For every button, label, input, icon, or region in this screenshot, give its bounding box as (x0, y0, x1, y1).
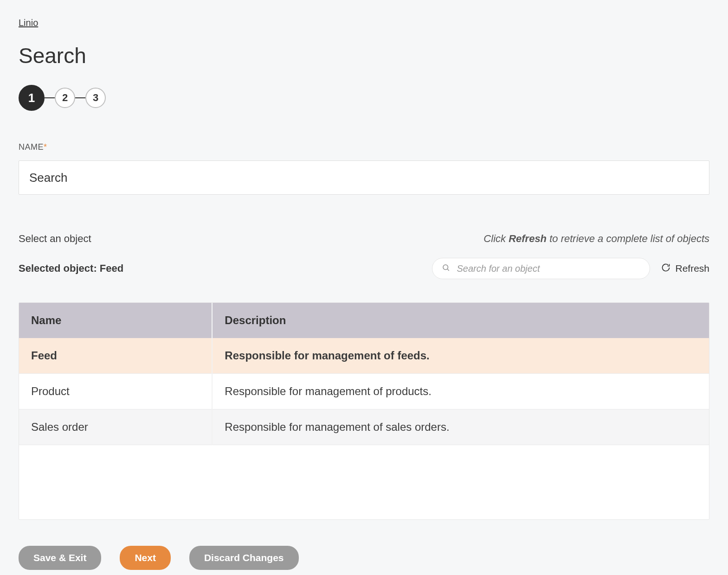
table-empty-space (19, 445, 709, 519)
selected-object-label: Selected object: Feed (19, 262, 123, 275)
breadcrumb: Linio (19, 18, 709, 28)
step-1[interactable]: 1 (19, 85, 45, 111)
step-2[interactable]: 2 (55, 88, 75, 108)
cell-description: Responsible for management of products. (212, 374, 709, 409)
svg-point-0 (443, 265, 448, 270)
required-icon: * (44, 142, 47, 152)
select-object-label: Select an object (19, 233, 91, 245)
step-connector (45, 97, 55, 98)
refresh-icon (661, 263, 670, 275)
save-exit-button[interactable]: Save & Exit (19, 546, 101, 570)
object-search[interactable] (432, 258, 650, 279)
table-row[interactable]: Sales order Responsible for management o… (19, 409, 709, 445)
refresh-button[interactable]: Refresh (661, 263, 709, 275)
cell-name: Product (19, 374, 212, 409)
name-label: NAME* (19, 142, 709, 152)
table-row[interactable]: Feed Responsible for management of feeds… (19, 338, 709, 374)
col-header-description[interactable]: Description (212, 303, 709, 338)
col-header-name[interactable]: Name (19, 303, 212, 338)
next-button[interactable]: Next (120, 546, 171, 570)
refresh-label: Refresh (675, 263, 709, 274)
page-title: Search (19, 43, 709, 68)
discard-button[interactable]: Discard Changes (189, 546, 299, 570)
footer-actions: Save & Exit Next Discard Changes (19, 546, 709, 570)
object-table: Name Description Feed Responsible for ma… (19, 302, 709, 520)
step-connector (75, 97, 85, 98)
refresh-hint: Click Refresh to retrieve a complete lis… (483, 233, 709, 245)
breadcrumb-link-linio[interactable]: Linio (19, 18, 38, 28)
cell-name: Sales order (19, 409, 212, 445)
svg-line-1 (448, 269, 449, 270)
name-input[interactable] (19, 160, 709, 195)
table-row[interactable]: Product Responsible for management of pr… (19, 374, 709, 409)
step-3[interactable]: 3 (85, 88, 106, 108)
cell-description: Responsible for management of feeds. (212, 338, 709, 374)
stepper: 1 2 3 (19, 85, 709, 111)
cell-description: Responsible for management of sales orde… (212, 409, 709, 445)
object-search-input[interactable] (457, 263, 640, 274)
cell-name: Feed (19, 338, 212, 374)
table-header-row: Name Description (19, 303, 709, 338)
search-icon (442, 263, 450, 274)
